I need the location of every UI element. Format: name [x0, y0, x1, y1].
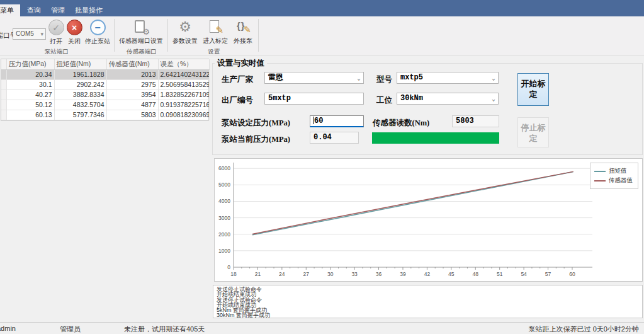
- row-selector-header: [1, 59, 6, 69]
- toolbar-separator: [258, 19, 259, 52]
- sensor-reading-label: 传感器读数(Nm): [373, 118, 429, 129]
- log-output[interactable]: 发送停止试验命令开始或结束成功发送停止试验命令开始或结束成功5kNm 套筒握手成…: [213, 285, 643, 318]
- station-label: 工位: [376, 95, 392, 106]
- svg-text:21: 21: [255, 271, 261, 277]
- stop-calibration-button[interactable]: 停止标定: [517, 117, 549, 147]
- set-pressure-label: 泵站设定压力(MPa): [222, 118, 290, 129]
- sensor-reading-field: 5803: [452, 115, 499, 127]
- svg-text:51: 51: [497, 271, 503, 277]
- calibration-table: 压力值(MPa) 扭矩值(Nm) 传感器值(Nm) 误差（%） 20.34196…: [1, 59, 209, 121]
- svg-text:1000: 1000: [218, 248, 230, 254]
- calibration-chart: 0100020003000400050006000182124273033363…: [215, 159, 642, 281]
- group-label-settings: 设置: [198, 48, 230, 56]
- menu-tab-main[interactable]: 菜单: [0, 4, 20, 16]
- table-cell: 20.34: [6, 69, 54, 79]
- row-selector[interactable]: [1, 100, 6, 110]
- port-select[interactable]: COM5 ▾: [13, 28, 46, 40]
- log-line: 发送停止试验命令: [217, 287, 639, 292]
- svg-text:5000: 5000: [218, 181, 230, 188]
- row-selector[interactable]: [1, 89, 6, 100]
- table-row[interactable]: 30.12902.24229752.5069584135299...: [1, 79, 209, 89]
- edit-document-icon: ✎: [208, 20, 223, 35]
- table-cell: 0.9193782257160...: [158, 100, 209, 110]
- legend-swatch: [594, 171, 606, 172]
- table-header-row: 压力值(MPa) 扭矩值(Nm) 传感器值(Nm) 误差（%）: [1, 59, 209, 69]
- table-cell: 50.12: [6, 100, 54, 110]
- param-settings-button[interactable]: ⚙ 参数设置: [171, 20, 199, 54]
- row-selector[interactable]: [1, 69, 6, 79]
- table-cell: 2.5069584135299...: [158, 79, 209, 89]
- log-line: 开始或结束成功: [217, 292, 639, 297]
- column-header-error[interactable]: 误差（%）: [158, 59, 209, 69]
- serial-number-label: 出厂编号: [222, 95, 253, 106]
- status-license: 未注册，试用期还有405天: [124, 325, 205, 334]
- row-selector[interactable]: [1, 79, 6, 89]
- chevron-down-icon: ⌄: [492, 73, 495, 84]
- serial-number-input[interactable]: 5mxtp: [264, 93, 364, 105]
- log-line: 5kNm 套筒握手成功: [217, 308, 639, 313]
- table-row[interactable]: 60.135797.734658030.0908182309690...: [1, 110, 209, 120]
- table-cell: 5797.7346: [54, 110, 106, 120]
- menu-bar: 菜单 查询 管理 批量操作: [0, 4, 644, 16]
- model-label: 型号: [376, 74, 392, 85]
- table-cell: 60.13: [6, 110, 54, 120]
- external-pump-button[interactable]: {}✎ 外接泵: [232, 20, 254, 54]
- svg-text:54: 54: [521, 271, 527, 277]
- model-select[interactable]: mxtp5 ⌄: [397, 72, 499, 84]
- table-cell: 2975: [106, 79, 158, 89]
- svg-text:24: 24: [279, 271, 285, 277]
- column-header-sensor[interactable]: 传感器值(Nm): [106, 59, 158, 69]
- start-calibration-button[interactable]: 开始标定: [517, 73, 549, 106]
- table-row[interactable]: 50.124832.570448770.9193782257160...: [1, 100, 209, 110]
- table-body: 20.341961.182820132.6421402431226...30.1…: [1, 69, 209, 120]
- toolbar-separator: [167, 19, 168, 52]
- column-header-torque[interactable]: 扭矩值(Nm): [54, 59, 106, 69]
- stop-pump-button[interactable]: − 停止泵站: [84, 20, 111, 54]
- legend-label: 传感器值: [609, 176, 633, 185]
- menu-tab-batch[interactable]: 批量操作: [71, 4, 107, 16]
- svg-text:33: 33: [351, 271, 358, 277]
- check-icon: ✓: [48, 20, 64, 35]
- progress-bar: [372, 132, 499, 144]
- svg-text:39: 39: [400, 271, 406, 277]
- svg-text:0: 0: [227, 264, 230, 270]
- group-label-pump-port: 泵站端口: [35, 48, 79, 56]
- legend-swatch: [594, 180, 606, 181]
- table-cell: 0.0908182309690...: [158, 110, 209, 120]
- menu-tab-query[interactable]: 查询: [23, 4, 45, 16]
- chevron-down-icon: ⌄: [492, 94, 495, 105]
- group-label-sensor-port: 传感器端口: [120, 48, 164, 56]
- ribbon-toolbar: 端口号 COM5 ▾ ✓ 打开 × 关闭 − 停止泵站 ⚙ 传感器端口设置 ⚙ …: [0, 16, 644, 55]
- chevron-down-icon: ▾: [40, 29, 43, 39]
- table-row[interactable]: 40.273882.833439541.8328522671098...: [1, 89, 209, 100]
- status-maintenance: 泵站距上次保养已过 0天0小时2分钟: [529, 325, 639, 334]
- manufacturer-label: 生产厂家: [222, 74, 253, 85]
- chevron-down-icon: ⌄: [357, 73, 361, 84]
- chart-legend: 扭矩值传感器值: [590, 163, 638, 189]
- set-pressure-input[interactable]: 60: [310, 115, 364, 127]
- svg-text:2000: 2000: [218, 231, 230, 238]
- svg-text:57: 57: [545, 271, 551, 277]
- current-pressure-label: 泵站当前压力(MPa): [222, 134, 290, 145]
- column-header-pressure[interactable]: 压力值(MPa): [6, 59, 54, 69]
- status-user: admin: [0, 325, 16, 332]
- svg-text:48: 48: [473, 271, 479, 277]
- legend-item: 扭矩值: [594, 167, 633, 175]
- table-cell: 4832.5704: [54, 100, 106, 110]
- table-row[interactable]: 20.341961.182820132.6421402431226...: [1, 69, 209, 79]
- row-selector[interactable]: [1, 110, 6, 120]
- station-select[interactable]: 30kNm ⌄: [397, 93, 499, 105]
- svg-text:6000: 6000: [218, 165, 230, 171]
- svg-text:27: 27: [303, 271, 310, 277]
- svg-text:36: 36: [376, 271, 382, 277]
- current-pressure-field: 0.04: [310, 132, 359, 144]
- manufacturer-select[interactable]: 雷恩 ⌄: [264, 72, 364, 84]
- table-cell: 40.27: [6, 89, 54, 100]
- svg-text:60: 60: [569, 271, 575, 277]
- table-cell: 1961.1828: [54, 69, 106, 79]
- menu-tab-manage[interactable]: 管理: [47, 4, 69, 16]
- gear-icon: ⚙: [179, 20, 191, 35]
- table-cell: 2.6421402431226...: [158, 69, 209, 79]
- log-line: 发送停止试验命令: [217, 297, 639, 302]
- title-bar: [0, 0, 644, 4]
